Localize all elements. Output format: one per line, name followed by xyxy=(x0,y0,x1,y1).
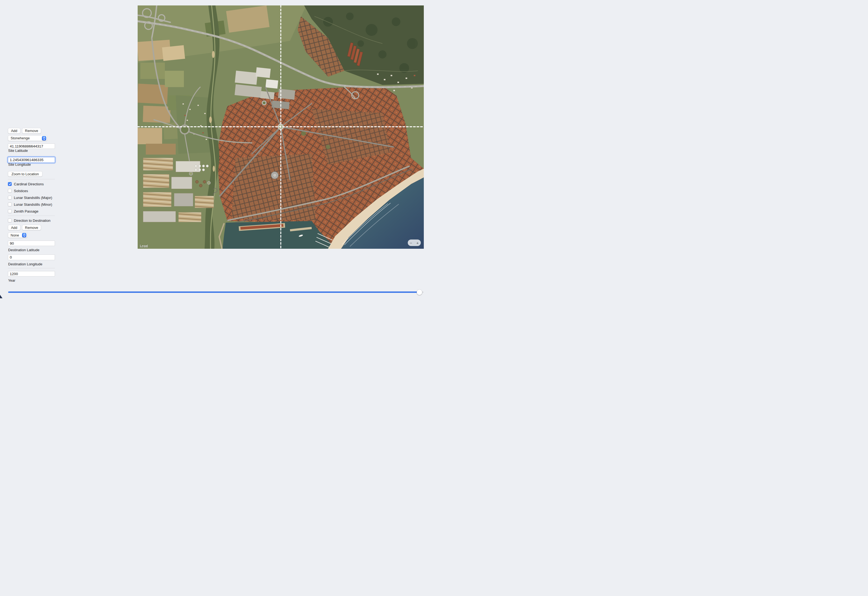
zoom-in-button[interactable]: + xyxy=(416,241,419,245)
site-select[interactable]: Stonehenge xyxy=(8,135,47,141)
divider xyxy=(8,216,55,216)
corner-cursor-artifact xyxy=(0,295,3,298)
destination-remove-button[interactable]: Remove xyxy=(22,225,41,230)
site-latitude-input[interactable] xyxy=(8,143,55,149)
destination-longitude-input[interactable] xyxy=(8,254,55,260)
checkbox-label: Solstices xyxy=(14,189,28,193)
legal-link[interactable]: Legal xyxy=(140,244,148,247)
zenith-passage-checkbox[interactable] xyxy=(8,209,12,213)
time-slider[interactable] xyxy=(8,289,424,295)
checkbox-label: Lunar Standstills (Minor) xyxy=(14,203,52,207)
checkbox-label: Lunar Standstills (Major) xyxy=(14,196,52,200)
checkbox-label: Direction to Destination xyxy=(14,219,50,223)
destination-add-button[interactable]: Add xyxy=(8,225,21,230)
site-latitude-label: Site Latitude xyxy=(8,149,28,153)
site-select-value: Stonehenge xyxy=(10,136,30,140)
direction-to-destination-checkbox[interactable] xyxy=(8,219,12,222)
lunar-standstills-minor-checkbox[interactable] xyxy=(8,203,12,206)
destination-latitude-input[interactable] xyxy=(8,241,55,246)
checkbox-label: Cardinal Directions xyxy=(14,182,44,186)
destination-longitude-label: Destination Longitude xyxy=(8,262,43,266)
time-slider-thumb[interactable] xyxy=(417,290,422,295)
map-zoom-control[interactable]: − + xyxy=(408,240,421,246)
lunar-standstills-major-checkbox[interactable] xyxy=(8,196,12,200)
year-input[interactable] xyxy=(8,271,55,277)
checkbox-row-zenith-passage[interactable]: Zenith Passage xyxy=(8,209,38,214)
checkbox-row-cardinal-directions[interactable]: Cardinal Directions xyxy=(8,181,44,187)
destination-select-value: None xyxy=(10,233,19,237)
popup-stepper-icon xyxy=(42,136,46,140)
checkbox-label: Zenith Passage xyxy=(14,209,38,213)
destination-latitude-label: Destination Latitude xyxy=(8,248,40,252)
checkbox-row-direction-to-destination[interactable]: Direction to Destination xyxy=(8,218,50,223)
checkbox-row-lunar-minor[interactable]: Lunar Standstills (Minor) xyxy=(8,202,52,207)
site-remove-button[interactable]: Remove xyxy=(22,128,41,134)
destination-select[interactable]: None xyxy=(8,232,28,238)
site-add-button[interactable]: Add xyxy=(8,128,21,134)
solstices-checkbox[interactable] xyxy=(8,189,12,193)
cardinal-directions-checkbox[interactable] xyxy=(8,182,12,186)
zoom-to-location-button[interactable]: Zoom to Location xyxy=(8,171,43,177)
zoom-out-button[interactable]: − xyxy=(410,241,412,245)
app-window: Add Remove Stonehenge Site Latitude Site… xyxy=(0,0,434,298)
satellite-imagery xyxy=(138,6,424,249)
checkbox-row-solstices[interactable]: Solstices xyxy=(8,188,28,194)
divider xyxy=(8,268,55,268)
divider xyxy=(8,179,55,179)
satellite-map[interactable]: Legal − + xyxy=(138,6,424,249)
site-longitude-input[interactable] xyxy=(8,157,55,163)
time-slider-fill xyxy=(8,291,419,293)
checkbox-row-lunar-major[interactable]: Lunar Standstills (Major) xyxy=(8,195,52,200)
site-longitude-label: Site Longitude xyxy=(8,163,31,167)
year-label: Year xyxy=(8,278,15,282)
popup-stepper-icon xyxy=(22,233,27,237)
